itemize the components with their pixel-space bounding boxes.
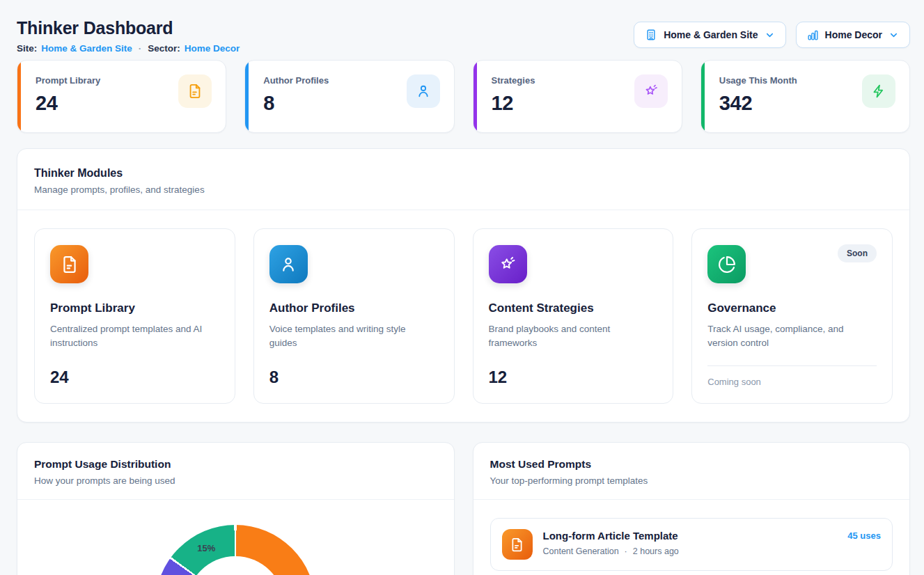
module-title: Author Profiles [269,301,439,315]
prompt-item-text: Long-form Article Template Content Gener… [543,529,838,556]
sparkle-star-icon [489,245,527,283]
thinker-modules-panel: Thinker Modules Manage prompts, profiles… [17,148,910,423]
soon-badge: Soon [838,244,877,262]
sector-selector-dropdown[interactable]: Home Decor [796,22,910,48]
donut-slice-label: 15% [197,542,215,553]
module-card-content-strategies[interactable]: Content Strategies Brand playbooks and c… [473,228,674,404]
usage-distribution-panel: Prompt Usage Distribution How your promp… [17,442,455,575]
prompt-item-meta: Content Generation · 2 hours ago [543,546,838,556]
module-count: 24 [50,368,219,387]
dashboard-page: Thinker Dashboard Site: Home & Garden Si… [0,0,924,575]
module-title: Content Strategies [489,301,658,315]
module-description: Voice templates and writing style guides [269,322,430,351]
accent-bar [17,61,21,132]
breadcrumb: Site: Home & Garden Site · Sector: Home … [17,43,240,54]
document-icon [502,529,533,560]
usage-chart-header: Prompt Usage Distribution How your promp… [17,443,454,500]
module-count: 12 [489,368,658,387]
prompt-uses-badge: 45 uses [847,529,881,541]
modules-grid: Prompt Library Centralized prompt templa… [17,210,909,422]
prompts-header: Most Used Prompts Your top-performing pr… [473,443,910,500]
building-icon [645,29,657,41]
accent-bar [473,61,477,132]
sector-label: Sector: [148,43,180,54]
most-used-prompts-panel: Most Used Prompts Your top-performing pr… [473,442,911,575]
stat-card-usage: Usage This Month 342 [700,60,910,133]
sparkle-star-icon [634,74,668,108]
chart-subtitle: How your prompts are being used [34,475,437,486]
site-label: Site: [17,43,37,54]
coming-soon-text: Coming soon [707,365,877,387]
usage-chart-body: 15% [17,500,454,575]
sector-selector-label: Home Decor [825,29,882,40]
prompt-time: 2 hours ago [633,546,679,556]
module-title: Governance [707,301,877,315]
prompts-subtitle: Your top-performing prompt templates [490,475,893,486]
user-icon [269,245,308,283]
modules-header: Thinker Modules Manage prompts, profiles… [17,149,909,210]
bottom-row: Prompt Usage Distribution How your promp… [17,442,910,575]
prompts-list: Long-form Article Template Content Gener… [473,500,910,575]
chart-title: Prompt Usage Distribution [34,458,437,471]
accent-bar [701,61,705,132]
accent-bar [245,61,249,132]
module-description: Brand playbooks and content frameworks [489,322,649,351]
module-card-author-profiles[interactable]: Author Profiles Voice templates and writ… [253,228,455,404]
lightning-icon [862,74,895,108]
module-card-governance[interactable]: Soon Governance Track AI usage, complian… [691,228,893,404]
section-title: Thinker Modules [34,167,893,180]
module-description: Track AI usage, compliance, and version … [707,322,868,351]
pie-chart-icon [707,245,746,283]
stat-card-prompt-library: Prompt Library 24 [17,60,226,133]
prompt-category: Content Generation [543,546,619,556]
bar-chart-icon [807,29,819,41]
site-selector-dropdown[interactable]: Home & Garden Site [634,22,785,48]
prompts-title: Most Used Prompts [490,458,893,471]
dot-separator: · [625,546,627,556]
topbar: Thinker Dashboard Site: Home & Garden Si… [17,18,910,54]
module-card-prompt-library[interactable]: Prompt Library Centralized prompt templa… [34,228,235,404]
topbar-left: Thinker Dashboard Site: Home & Garden Si… [17,18,240,54]
dot-separator: · [139,43,142,54]
site-link[interactable]: Home & Garden Site [41,43,132,54]
topbar-actions: Home & Garden Site Home Decor [634,22,910,48]
chevron-down-icon [765,30,775,40]
user-icon [407,74,440,108]
donut-label-layer: 15% [155,525,315,575]
document-icon [50,245,88,283]
module-title: Prompt Library [50,301,219,315]
stat-card-strategies: Strategies 12 [473,60,682,133]
module-count: 8 [269,368,439,387]
stat-card-author-profiles: Author Profiles 8 [244,60,454,133]
site-selector-label: Home & Garden Site [664,29,758,40]
prompt-item-title: Long-form Article Template [543,530,838,542]
sector-link[interactable]: Home Decor [185,43,240,54]
module-description: Centralized prompt templates and AI inst… [50,322,210,351]
prompt-list-item[interactable]: Long-form Article Template Content Gener… [490,518,893,571]
document-icon [178,74,212,108]
page-title: Thinker Dashboard [17,18,240,38]
stats-row: Prompt Library 24 Author Profiles 8 Stra… [17,60,910,133]
chevron-down-icon [888,30,899,40]
section-subtitle: Manage prompts, profiles, and strategies [34,184,893,195]
